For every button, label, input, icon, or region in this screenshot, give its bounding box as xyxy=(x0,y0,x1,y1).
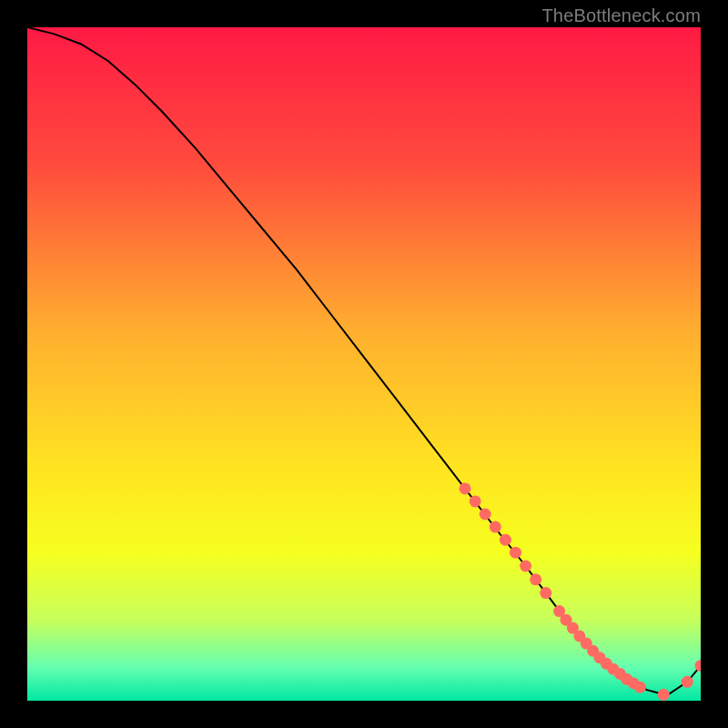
chart-plot-area xyxy=(27,27,701,701)
highlight-point xyxy=(460,482,471,494)
highlight-point xyxy=(470,495,481,507)
highlight-point xyxy=(634,682,646,693)
highlight-point xyxy=(682,676,693,688)
attribution-label: TheBottleneck.com xyxy=(541,5,701,26)
highlight-point xyxy=(658,689,670,701)
highlight-point xyxy=(490,521,501,533)
highlight-point xyxy=(540,587,551,599)
chart-svg xyxy=(27,27,701,701)
highlight-point xyxy=(510,547,521,559)
highlight-point xyxy=(520,561,531,572)
outer-frame: TheBottleneck.com xyxy=(0,0,728,728)
gradient-background xyxy=(27,27,701,701)
highlight-point xyxy=(500,534,511,546)
highlight-point xyxy=(480,509,491,521)
highlight-point xyxy=(530,573,541,585)
